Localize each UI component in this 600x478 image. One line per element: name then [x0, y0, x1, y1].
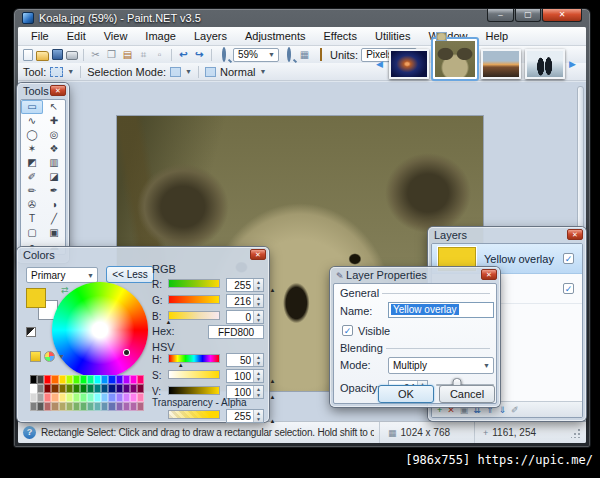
palette-swatch[interactable] — [116, 375, 123, 384]
spinner-arrows-icon[interactable] — [253, 311, 263, 323]
slider-thumb-icon[interactable] — [270, 418, 276, 424]
spinner-arrows-icon[interactable] — [253, 279, 263, 291]
palette-swatch[interactable] — [101, 375, 108, 384]
palette-swatch[interactable] — [130, 402, 137, 411]
paintbrush-icon[interactable]: ✐ — [21, 170, 43, 184]
rectangle-select-icon[interactable]: ▭ — [21, 100, 43, 114]
blend-mode-icon[interactable] — [205, 67, 216, 77]
menu-item[interactable]: Effects — [315, 28, 366, 44]
palette-swatch[interactable] — [108, 375, 115, 384]
gradient-tool-icon[interactable]: ▥ — [43, 156, 65, 170]
color-picker-icon[interactable]: ✒ — [43, 184, 65, 198]
palette-swatch[interactable] — [123, 393, 130, 402]
palette-swatch[interactable] — [30, 393, 37, 402]
move-selection-icon[interactable]: ✚ — [43, 114, 65, 128]
maximize-button[interactable] — [515, 9, 541, 22]
resize-grip[interactable] — [571, 428, 581, 438]
palette-swatch[interactable] — [80, 384, 87, 393]
palette-swatch[interactable] — [44, 402, 51, 411]
palette-swatch[interactable] — [51, 375, 58, 384]
palette-swatch[interactable] — [80, 393, 87, 402]
scroll-left-icon[interactable] — [376, 57, 385, 71]
zoom-level-combobox[interactable]: 59% — [233, 48, 279, 62]
magic-wand-icon[interactable]: ✶ — [21, 142, 43, 156]
current-tool-icon[interactable] — [50, 67, 63, 77]
close-icon[interactable] — [250, 249, 266, 260]
koala-thumbnail[interactable] — [433, 39, 477, 79]
palette-swatch[interactable] — [30, 384, 37, 393]
palette-swatch[interactable] — [123, 384, 130, 393]
paint-bucket-icon[interactable]: ◩ — [21, 156, 43, 170]
palette-swatch[interactable] — [87, 375, 94, 384]
palette-swatch[interactable] — [101, 402, 108, 411]
palette-swatch[interactable] — [87, 402, 94, 411]
spinner-arrows-icon[interactable] — [253, 410, 263, 422]
palette-swatch[interactable] — [73, 375, 80, 384]
line-curve-icon[interactable]: ╱ — [43, 212, 65, 226]
spinner-arrows-icon[interactable] — [253, 295, 263, 307]
pencil-icon[interactable]: ✏ — [21, 184, 43, 198]
hex-input[interactable]: FFD800 — [208, 325, 264, 339]
rectangle-shape-icon[interactable]: ▢ — [21, 226, 43, 240]
copy-icon[interactable]: ❐ — [105, 49, 118, 61]
menu-item[interactable]: Layers — [185, 28, 236, 44]
palette-swatch[interactable] — [44, 384, 51, 393]
palette-swatch[interactable] — [59, 393, 66, 402]
layer-properties-title[interactable]: ✎ Layer Properties — [333, 269, 497, 283]
zoom-out-icon[interactable] — [222, 47, 226, 62]
visible-checkbox[interactable] — [342, 325, 353, 336]
menu-item[interactable]: Adjustments — [236, 28, 315, 44]
color-slider-track[interactable] — [168, 386, 220, 395]
ellipse-select-icon[interactable]: ◯ — [21, 128, 43, 142]
jellyfish-thumbnail[interactable] — [389, 49, 429, 79]
palette-swatch[interactable] — [37, 402, 44, 411]
close-icon[interactable] — [567, 229, 583, 240]
palette-swatch[interactable] — [94, 384, 101, 393]
value-spinner[interactable]: 100 — [226, 369, 264, 383]
palette-swatch[interactable] — [51, 402, 58, 411]
value-spinner[interactable]: 0 — [226, 310, 264, 324]
palette-swatch[interactable] — [30, 375, 37, 384]
value-spinner[interactable]: 216 — [226, 294, 264, 308]
palette-swatch[interactable] — [73, 393, 80, 402]
cancel-button[interactable]: Cancel — [439, 385, 495, 403]
menu-item[interactable]: File — [22, 28, 58, 44]
lasso-select-icon[interactable]: ∿ — [21, 114, 43, 128]
palettes-icon[interactable] — [44, 351, 55, 362]
deselect-icon[interactable]: ▫ — [153, 49, 166, 61]
slider-thumb-icon[interactable] — [270, 394, 276, 400]
palette-swatch[interactable] — [59, 402, 66, 411]
pan-tool-icon[interactable]: ❖ — [43, 142, 65, 156]
add-color-icon[interactable] — [30, 351, 41, 362]
menu-item[interactable]: Image — [136, 28, 185, 44]
palette-swatch[interactable] — [116, 393, 123, 402]
palette-swatch[interactable] — [87, 393, 94, 402]
palette-swatch[interactable] — [108, 393, 115, 402]
palette-swatch[interactable] — [108, 384, 115, 393]
palette-swatch[interactable] — [116, 402, 123, 411]
print-icon[interactable] — [66, 51, 78, 60]
new-file-icon[interactable] — [23, 49, 33, 61]
zoom-tool-icon[interactable]: ◎ — [43, 128, 65, 142]
recolor-icon[interactable]: ◑ — [43, 198, 65, 212]
eraser-icon[interactable]: ◪ — [43, 170, 65, 184]
palette-swatch[interactable] — [94, 393, 101, 402]
grid-toggle-icon[interactable]: ▦ — [298, 49, 311, 61]
palette-swatch[interactable] — [66, 402, 73, 411]
penguins-thumbnail[interactable] — [525, 49, 565, 79]
scroll-right-icon[interactable] — [569, 57, 578, 71]
layer-name-input[interactable]: Yellow overlay — [388, 302, 494, 318]
paste-icon[interactable]: ▤ — [121, 49, 134, 61]
primary-color-swatch[interactable] — [26, 288, 46, 308]
palette-swatch[interactable] — [44, 375, 51, 384]
palette-swatch[interactable] — [137, 375, 144, 384]
color-slider-track[interactable] — [168, 354, 220, 363]
sunset-thumbnail[interactable] — [481, 49, 521, 79]
vertical-scrollbar[interactable] — [577, 86, 584, 236]
selection-mode-icon[interactable] — [170, 67, 181, 77]
palette-swatch[interactable] — [101, 384, 108, 393]
palette-swatch[interactable] — [37, 384, 44, 393]
zoom-in-icon[interactable] — [287, 47, 291, 62]
palette-swatch[interactable] — [66, 393, 73, 402]
palette-swatch[interactable] — [80, 402, 87, 411]
